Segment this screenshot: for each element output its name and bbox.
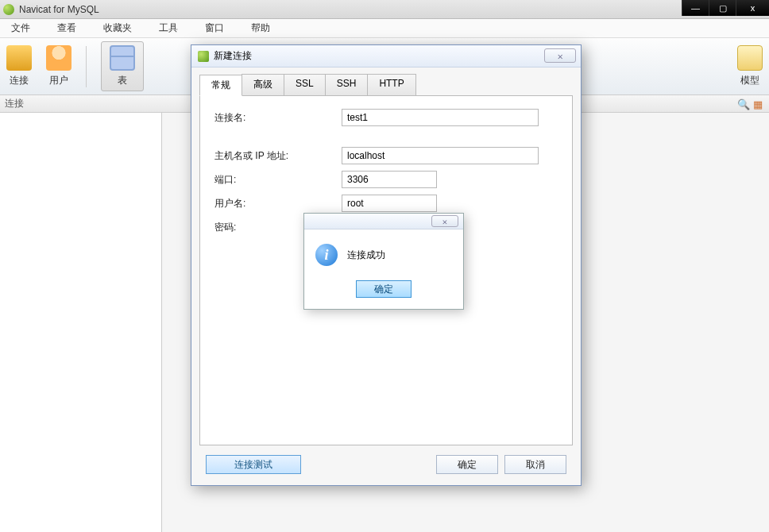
connection-tree[interactable] (0, 113, 162, 532)
tool-table[interactable]: 表 (101, 41, 144, 91)
dialog-title: 新建连接 (214, 49, 252, 63)
tab-ssl[interactable]: SSL (284, 74, 326, 95)
dialog-tabs: 常规 高级 SSL SSH HTTP (199, 74, 573, 96)
message-box: ⨉ i 连接成功 确定 (303, 213, 464, 310)
menu-tools[interactable]: 工具 (153, 20, 184, 37)
app-title: Navicat for MySQL (19, 4, 99, 15)
tool-user[interactable]: 用户 (46, 45, 71, 87)
user-icon (46, 45, 71, 71)
dialog-close-button[interactable]: ⨉ (544, 48, 576, 63)
port-input[interactable] (342, 171, 437, 188)
user-label: 用户名: (214, 197, 342, 210)
tab-http[interactable]: HTTP (367, 74, 415, 95)
dialog-cancel-button[interactable]: 取消 (504, 455, 566, 474)
msgbox-close-button[interactable]: ⨉ (431, 215, 458, 227)
tab-ssh[interactable]: SSH (325, 74, 369, 95)
msgbox-titlebar[interactable]: ⨉ (304, 214, 463, 229)
conn-name-label: 连接名: (214, 111, 342, 125)
model-icon (737, 45, 763, 71)
search-icon[interactable] (737, 98, 748, 110)
port-label: 端口: (214, 173, 342, 187)
minimize-button[interactable]: — (682, 0, 709, 16)
msgbox-text: 连接成功 (347, 249, 385, 262)
menu-help[interactable]: 帮助 (245, 20, 276, 37)
test-connection-button[interactable]: 连接测试 (206, 455, 301, 474)
tab-general[interactable]: 常规 (199, 75, 242, 96)
dialog-icon (198, 51, 209, 62)
tool-user-label: 用户 (49, 74, 68, 87)
grid-view-icon[interactable] (753, 98, 764, 110)
info-icon: i (315, 244, 338, 266)
tool-connect-label: 连接 (10, 74, 29, 87)
user-input[interactable] (342, 195, 437, 212)
host-input[interactable] (342, 147, 539, 164)
subheader-label: 连接 (5, 97, 24, 110)
tab-advanced[interactable]: 高级 (242, 74, 284, 95)
dialog-ok-button[interactable]: 确定 (436, 455, 498, 474)
close-button[interactable]: x (736, 0, 769, 16)
tool-model-label: 模型 (740, 74, 759, 87)
menu-window[interactable]: 窗口 (199, 20, 230, 37)
host-label: 主机名或 IP 地址: (214, 149, 342, 163)
tool-table-label: 表 (118, 74, 127, 87)
toolbar-separator (86, 46, 87, 87)
menu-view[interactable]: 查看 (51, 20, 83, 37)
menu-favorites[interactable]: 收藏夹 (97, 20, 138, 37)
maximize-button[interactable]: ▢ (709, 0, 736, 16)
conn-name-input[interactable] (342, 109, 539, 126)
tool-connect[interactable]: 连接 (6, 45, 32, 87)
menu-file[interactable]: 文件 (5, 20, 37, 37)
tool-model[interactable]: 模型 (737, 45, 763, 87)
app-icon (3, 4, 14, 15)
menubar: 文件 查看 收藏夹 工具 窗口 帮助 (0, 19, 769, 38)
window-controls: — ▢ x (682, 0, 769, 16)
table-icon (110, 45, 135, 71)
dialog-titlebar[interactable]: 新建连接 ⨉ (191, 45, 581, 67)
msgbox-ok-button[interactable]: 确定 (356, 280, 412, 298)
titlebar: Navicat for MySQL — ▢ x (0, 0, 769, 19)
dialog-buttons: 连接测试 确定 取消 (199, 445, 573, 479)
connect-icon (6, 45, 32, 71)
